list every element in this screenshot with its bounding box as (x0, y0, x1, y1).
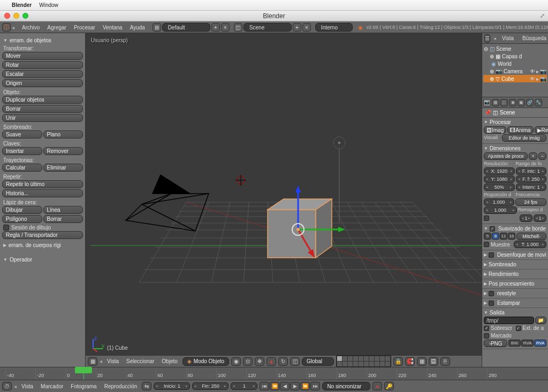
tl-playback-menu[interactable]: Reproducción (102, 383, 140, 390)
window-zoom-button[interactable] (22, 13, 28, 19)
tree-renderlayers[interactable]: Capas d (502, 53, 522, 59)
frame-step-field[interactable]: Interv: 1 (516, 183, 547, 191)
view-menu[interactable]: Vista (104, 358, 121, 365)
render-anim-button[interactable]: 🎞Anima (507, 126, 533, 134)
panel-performance[interactable]: Rendimiento (484, 271, 546, 278)
tree-scene[interactable]: Scene (496, 46, 511, 52)
filter-size-field[interactable]: T: 1.000 (514, 241, 547, 248)
render-preset-selector[interactable]: Ajustes de proce (484, 152, 528, 160)
gp-session-checkbox[interactable] (3, 225, 9, 230)
scale-button[interactable]: Escalar (2, 70, 83, 78)
manipulator-translate-icon[interactable]: ▲ (267, 357, 276, 366)
remap-old-field[interactable]: 1 (520, 214, 532, 222)
mac-app-name[interactable]: Blender (12, 2, 32, 8)
panel-output[interactable]: Salida (484, 309, 546, 316)
panel-stamp[interactable]: Estampar (484, 299, 546, 306)
res-x-field[interactable]: X: 1920 (484, 167, 515, 175)
panel-antialias[interactable]: ✓Suavizado de borde (484, 225, 546, 232)
rotate-button[interactable]: Rotar (2, 61, 83, 69)
format-selector[interactable]: ▫PNG (484, 340, 507, 347)
layout-remove-button[interactable]: × (221, 23, 230, 32)
orientation-selector[interactable]: Global (302, 357, 334, 366)
clear-path-button[interactable]: Eliminar (43, 164, 83, 172)
layout-field[interactable]: Default (162, 23, 210, 32)
aspect-x-field[interactable]: 1.000 (484, 198, 514, 206)
history-button[interactable]: Historia... (2, 189, 83, 197)
remap-new-field[interactable]: 1 (534, 214, 546, 222)
gp-draw-button[interactable]: Dibujar (2, 206, 42, 214)
menu-ayuda[interactable]: Ayuda (127, 24, 148, 32)
engine-field[interactable]: Interno (315, 23, 353, 32)
mode-selector[interactable]: ◈Modo Objeto (182, 357, 229, 366)
pin-icon[interactable]: 📌 (484, 110, 491, 116)
join-button[interactable]: Unir (2, 114, 83, 122)
timeline-ruler[interactable]: -40-200204060801001201401601802002202402… (0, 367, 548, 380)
frame-end-field[interactable]: F. f: 250 (516, 175, 547, 183)
keyingset-icon[interactable]: 🔑 (384, 382, 394, 390)
mac-window-menu[interactable]: Window (39, 2, 58, 8)
render-preview-icon[interactable]: 🖼 (429, 357, 438, 366)
panel-object-tools[interactable]: erram. de objetos (2, 36, 83, 44)
tab-layers[interactable]: ▦ (492, 99, 499, 106)
editor-type-outliner-icon[interactable]: ☰ (484, 34, 490, 43)
frame-start-field[interactable]: F. inic: 1 (516, 167, 547, 175)
jump-start-button[interactable]: ⏮ (260, 382, 269, 390)
tree-camera[interactable]: Camera (504, 68, 523, 74)
scene-add-button[interactable]: + (293, 23, 301, 32)
tl-view-menu[interactable]: Vista (19, 383, 36, 390)
jump-end-button[interactable]: ⏭ (310, 382, 320, 390)
snap-type-icon[interactable]: ▦ (417, 357, 427, 366)
tree-world[interactable]: World (498, 61, 512, 67)
insert-key-button[interactable]: Insertar (2, 147, 42, 155)
tl-start-field[interactable]: Inicio: 1 (154, 382, 190, 390)
pivot-icon[interactable]: ⊙ (243, 357, 253, 366)
smooth-button[interactable]: Suave (2, 130, 42, 139)
panel-operator[interactable]: Operador (2, 256, 83, 264)
snap-toggle-icon[interactable]: 🧲 (405, 357, 415, 366)
display-mode-selector[interactable]: Editor de imág (502, 134, 546, 142)
panel-render[interactable]: Procesar (484, 119, 546, 126)
keyframe-next-button[interactable]: ⏩ (300, 382, 310, 390)
browse-path-button[interactable]: 📁 (535, 317, 546, 324)
repeat-last-button[interactable]: Repetir lo último (2, 180, 83, 188)
overwrite-checkbox[interactable] (484, 326, 489, 331)
panel-rigid-body[interactable]: erram. de cuerpos rígi (2, 241, 83, 249)
outliner-search-menu[interactable]: Búsqueda (520, 35, 548, 42)
scene-remove-button[interactable]: × (302, 23, 311, 32)
manipulator-scale-icon[interactable]: ◫ (290, 357, 300, 366)
calc-path-button[interactable]: Calcular (2, 164, 42, 172)
preset-add-button[interactable]: + (529, 152, 537, 160)
outliner-tree[interactable]: ⊖◫Scene ⊕▦Capas d ◉World ⊕📷Camera👁▸📷 ⊕▽C… (482, 44, 548, 97)
editor-type-info-icon[interactable]: ⓘ (2, 23, 11, 32)
manipulator-rotate-icon[interactable]: ↻ (278, 357, 288, 366)
layer-buttons[interactable] (336, 355, 391, 367)
res-y-field[interactable]: Y: 1080 (484, 175, 515, 183)
color-mode-buttons[interactable]: BW RVA RVA (508, 340, 546, 347)
select-menu[interactable]: Seleccionar (124, 358, 157, 365)
tree-cube[interactable]: Cube (501, 76, 514, 82)
panel-dimensions[interactable]: Dimensiones (484, 145, 546, 152)
scene-field[interactable]: Scene (243, 23, 292, 32)
gp-line-button[interactable]: Línea (43, 206, 83, 214)
tab-constraints[interactable]: 🔗 (526, 99, 534, 106)
preset-remove-button[interactable]: − (538, 152, 546, 160)
lock-camera-icon[interactable]: 🔒 (393, 357, 403, 366)
border-checkbox[interactable] (484, 216, 489, 221)
layout-add-button[interactable]: + (211, 23, 220, 32)
tab-scene[interactable]: ◫ (500, 99, 508, 106)
3d-viewport[interactable]: Usuario (persp) (1) Cube z y (86, 33, 482, 355)
keyframe-prev-button[interactable]: ⏪ (270, 382, 279, 390)
panel-shading[interactable]: Sombreado (484, 261, 546, 268)
sync-mode-selector[interactable]: No sincronizar (322, 382, 370, 390)
ruler-button[interactable]: Regla / Transportador (2, 231, 83, 239)
object-menu[interactable]: Objeto (159, 358, 180, 365)
editor-type-view3d-icon[interactable]: ▦ (88, 357, 97, 366)
viewport-canvas[interactable] (86, 33, 482, 355)
menu-agregar[interactable]: Agregar (44, 24, 70, 32)
remove-key-button[interactable]: Remover (43, 147, 83, 155)
output-path-field[interactable]: /tmp/ (484, 317, 534, 324)
aa-filter-selector[interactable]: Mitchell- (516, 233, 546, 240)
res-pct-field[interactable]: 50% (484, 183, 515, 191)
aa-samples[interactable]: 5 8 11 16 (484, 233, 515, 240)
panel-motion-blur[interactable]: Desenfoque de movi (484, 251, 546, 258)
